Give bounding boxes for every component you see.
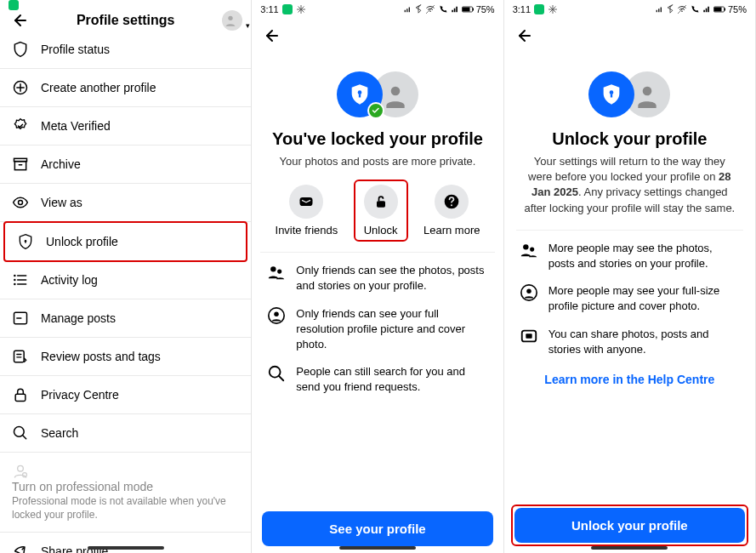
status-app2-icon — [296, 4, 306, 14]
row-label: Manage posts — [41, 311, 116, 325]
feature-text: More people may see the photos, posts an… — [549, 241, 740, 271]
feature-text: People can still search for you and send… — [296, 364, 487, 395]
hero: You've locked your profile Your photos a… — [252, 53, 503, 174]
svg-point-13 — [18, 465, 24, 471]
svg-rect-21 — [377, 201, 385, 208]
search-icon — [12, 425, 29, 442]
row-label: Unlock profile — [46, 235, 118, 248]
hero-heading: Unlock your profile — [518, 129, 742, 149]
svg-point-27 — [275, 311, 280, 316]
person-circle-icon — [520, 283, 538, 302]
action-label: Unlock — [364, 224, 398, 237]
svg-point-34 — [523, 244, 528, 249]
row-activity-log[interactable]: Activity log — [0, 261, 251, 299]
bluetooth-icon — [414, 4, 423, 14]
pro-title: Turn on professional mode — [12, 480, 239, 493]
hero-sub: Your photos and posts are more private. — [265, 154, 489, 169]
post-icon — [12, 310, 29, 327]
nav-indicator — [339, 546, 416, 550]
row-share-profile[interactable]: Share profile — [0, 533, 251, 553]
row-unlock-profile[interactable]: Unlock profile — [3, 221, 247, 262]
svg-rect-31 — [725, 9, 725, 11]
row-privacy-centre[interactable]: Privacy Centre — [0, 376, 251, 414]
action-row: Invite friends Unlock Learn more — [260, 174, 494, 253]
svg-point-6 — [14, 275, 16, 277]
svg-point-18 — [358, 90, 362, 94]
svg-point-25 — [277, 270, 281, 274]
row-search[interactable]: Search — [0, 414, 251, 453]
status-bar: 3:11 75% — [504, 0, 755, 19]
call-icon — [438, 4, 448, 14]
back-icon[interactable] — [513, 26, 533, 46]
profile-avatar[interactable]: ▾ — [222, 10, 242, 31]
shield-lock-icon — [17, 233, 34, 250]
feature-list: More people may see the photos, posts an… — [504, 231, 755, 368]
row-create-profile[interactable]: Create another profile — [0, 69, 251, 107]
action-unlock[interactable]: Unlock — [354, 180, 408, 242]
call-icon — [690, 4, 700, 14]
plus-circle-icon — [12, 79, 29, 96]
row-label: Create another profile — [41, 81, 156, 94]
row-label: Privacy Centre — [41, 388, 119, 402]
svg-rect-39 — [526, 334, 531, 339]
row-manage-posts[interactable]: Manage posts — [0, 299, 251, 338]
settings-list: Profile status Create another profile Me… — [0, 31, 251, 553]
shield-badge-icon — [588, 71, 634, 117]
status-battery: 75% — [476, 4, 495, 14]
action-label: Learn more — [423, 224, 480, 237]
row-professional-mode: Turn on professional mode Professional m… — [0, 453, 251, 533]
svg-point-37 — [526, 289, 531, 294]
shield-badge-icon — [337, 71, 383, 117]
people-icon — [267, 263, 286, 282]
eye-icon — [12, 194, 29, 211]
signal-icon — [655, 4, 663, 14]
person-circle-icon — [267, 306, 286, 325]
row-label: Search — [41, 426, 78, 440]
lock-icon — [12, 386, 29, 403]
status-battery: 75% — [728, 4, 747, 14]
action-learn-more[interactable]: Learn more — [420, 180, 483, 242]
feature-text: More people may see your full-size profi… — [549, 283, 740, 314]
svg-point-35 — [530, 247, 534, 251]
learn-more-link[interactable]: Learn more in the Help Centre — [504, 368, 755, 391]
cell-icon — [702, 4, 711, 14]
battery-icon — [713, 5, 725, 14]
row-review-posts[interactable]: Review posts and tags — [0, 338, 251, 376]
row-label: Archive — [41, 157, 81, 171]
status-time: 3:11 — [513, 4, 531, 14]
svg-point-19 — [391, 87, 401, 96]
photo-icon — [520, 327, 538, 345]
battery-icon — [462, 5, 474, 14]
row-label: View as — [41, 196, 82, 209]
header: Profile settings ▾ — [0, 10, 251, 31]
row-label: Activity log — [41, 273, 98, 287]
feature-item: You can share photos, posts and stories … — [520, 327, 740, 357]
feature-item: More people may see your full-size profi… — [520, 283, 740, 314]
nav-indicator — [591, 546, 668, 550]
verified-icon — [12, 117, 29, 134]
panel-profile-settings: Profile settings ▾ Profile status Create… — [0, 0, 252, 553]
action-invite[interactable]: Invite friends — [272, 180, 342, 242]
svg-rect-11 — [15, 394, 26, 401]
archive-icon — [12, 156, 29, 173]
svg-rect-10 — [14, 351, 25, 362]
back-icon[interactable] — [260, 26, 281, 46]
page-title: Profile settings — [29, 13, 222, 28]
row-profile-status[interactable]: Profile status — [0, 31, 251, 69]
hero-heading: You've locked your profile — [265, 129, 489, 149]
svg-rect-30 — [714, 8, 722, 12]
feature-text: Only friends can see the photos, posts a… — [296, 263, 487, 294]
review-icon — [12, 348, 29, 365]
wifi-icon — [425, 4, 435, 14]
see-profile-button[interactable]: See your profile — [262, 511, 492, 546]
search-icon — [267, 364, 286, 383]
svg-point-32 — [610, 90, 614, 94]
unlock-profile-button[interactable]: Unlock your profile — [514, 508, 745, 543]
back-icon[interactable] — [9, 10, 29, 31]
panel-locked: 3:11 75% — [252, 0, 503, 553]
row-view-as[interactable]: View as — [0, 184, 251, 222]
row-archive[interactable]: Archive — [0, 145, 251, 184]
header — [252, 19, 503, 53]
feature-list: Only friends can see the photos, posts a… — [252, 253, 503, 405]
row-meta-verified[interactable]: Meta Verified — [0, 107, 251, 145]
